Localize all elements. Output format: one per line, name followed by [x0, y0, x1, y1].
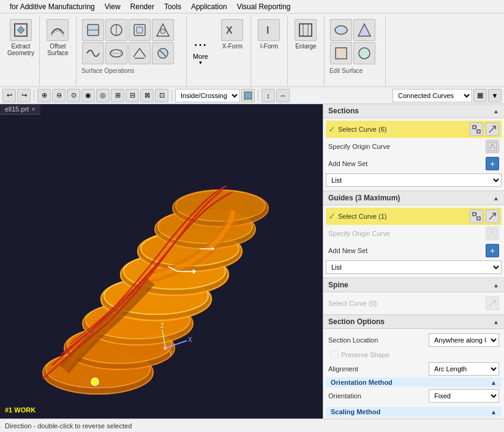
menu-render[interactable]: Render: [126, 1, 159, 12]
surf-op-7[interactable]: [129, 42, 151, 64]
sections-specify-origin-row[interactable]: Specify Origin Curve: [326, 138, 502, 155]
surf-op-8[interactable]: [152, 42, 174, 64]
orientation-dropdown[interactable]: Fixed Face Normal Vector: [429, 389, 499, 403]
tb2-btn3[interactable]: ⊙: [67, 89, 80, 102]
surf-op-3[interactable]: [129, 19, 151, 41]
tb2-btn6[interactable]: ⊞: [111, 89, 124, 102]
section-options-title: Section Options: [328, 317, 385, 326]
tb2-filter2[interactable]: ▼: [488, 89, 502, 102]
spine-panel-header[interactable]: Spine ▲: [323, 278, 504, 292]
sections-select-curve-btn2[interactable]: [486, 123, 499, 136]
extract-geometry-icon[interactable]: [10, 19, 32, 41]
sections-specify-origin-btn[interactable]: [486, 140, 499, 153]
guides-specify-origin-label: Specify Origin Curve: [328, 230, 483, 237]
scaling-method-subsection[interactable]: Scaling Method ▲: [326, 407, 502, 417]
status-message: Direction - double-click to reverse sele…: [5, 422, 132, 430]
sections-panel-title: Sections: [328, 107, 359, 115]
guides-panel: Guides (3 Maximum) ▲ ✓ Select Curve (1): [323, 191, 504, 278]
guides-add-new-set-btn[interactable]: +: [486, 244, 499, 257]
tb2-sep3: [258, 90, 258, 101]
guides-select-curve-btn1[interactable]: [470, 210, 483, 223]
guides-panel-header[interactable]: Guides (3 Maximum) ▲: [323, 191, 504, 205]
section-location-row: Section Location Anywhere along Gu At Gu…: [326, 332, 502, 349]
xform-icon[interactable]: X: [221, 19, 243, 41]
inside-crossing-select[interactable]: Inside/Crossing: [175, 89, 240, 102]
surf-op-5[interactable]: [82, 42, 104, 64]
sections-add-new-set-row[interactable]: Add New Set +: [326, 155, 502, 172]
sections-select-curve-label: Select Curve (6): [338, 126, 467, 133]
enlarge-icon[interactable]: [295, 19, 317, 41]
guides-add-new-set-row[interactable]: Add New Set +: [326, 242, 502, 259]
menu-view[interactable]: View: [100, 1, 126, 12]
iform-label: I-Form: [260, 43, 278, 50]
sections-select-curve-btn1[interactable]: [470, 123, 483, 136]
tb2-filter1[interactable]: ▦: [473, 89, 487, 102]
alignment-label: Alignment: [328, 365, 426, 373]
tb2-btn1[interactable]: ⊕: [37, 89, 51, 102]
surf-op-4[interactable]: [152, 19, 174, 41]
tb2-btn4[interactable]: ◉: [81, 89, 95, 102]
tb2-move2[interactable]: ↔: [276, 89, 290, 102]
edit-surf-1[interactable]: [330, 19, 352, 41]
spine-panel-body: Select Curve (0): [323, 292, 504, 314]
preserve-shape-checkbox[interactable]: [331, 351, 339, 358]
edit-surf-3[interactable]: [330, 42, 352, 64]
guides-specify-origin-row[interactable]: Specify Origin Curve: [326, 225, 502, 242]
alignment-dropdown[interactable]: Arc Length Parameter By Points: [429, 362, 499, 376]
extract-geometry-label: ExtractGeometry: [7, 43, 34, 56]
svg-rect-57: [473, 213, 476, 216]
menu-application[interactable]: Application: [186, 1, 232, 12]
section-options-header[interactable]: Section Options ▲: [323, 315, 504, 329]
menu-tools[interactable]: Tools: [159, 1, 186, 12]
sections-list-dropdown[interactable]: List: [326, 173, 502, 187]
tb2-undo[interactable]: ↩: [2, 89, 16, 102]
tb2-btn9[interactable]: ⊡: [155, 89, 168, 102]
sections-panel-header[interactable]: Sections ▲: [323, 104, 504, 118]
menu-additive[interactable]: for Additive Manufacturing: [5, 1, 100, 12]
spine-panel-chevron: ▲: [493, 282, 499, 289]
guides-list-dropdown[interactable]: List: [326, 260, 502, 274]
viewport[interactable]: ell15.prt ×: [0, 104, 323, 419]
svg-rect-7: [137, 27, 143, 33]
preserve-shape-row: Preserve Shape: [326, 349, 502, 360]
svg-rect-21: [336, 48, 347, 59]
sections-add-new-set-btn[interactable]: +: [486, 157, 499, 170]
svg-text:Z: Z: [160, 322, 164, 329]
svg-marker-1: [17, 26, 24, 34]
tb2-cube[interactable]: [241, 89, 255, 102]
tb2-btn2[interactable]: ⊖: [52, 89, 66, 102]
svg-point-47: [91, 378, 99, 385]
svg-text:X: X: [188, 336, 192, 343]
tb2-btn8[interactable]: ⊠: [140, 89, 154, 102]
orientation-method-subsection[interactable]: Orientation Method ▲: [326, 377, 502, 387]
sections-select-curve-row[interactable]: ✓ Select Curve (6): [326, 121, 502, 138]
section-options-panel: Section Options ▲ Section Location Anywh…: [323, 315, 504, 419]
svg-rect-54: [477, 130, 480, 133]
surf-op-6[interactable]: [105, 42, 127, 64]
iform-icon[interactable]: I: [258, 19, 280, 41]
surf-op-1[interactable]: [82, 19, 104, 41]
guides-select-curve-row[interactable]: ✓ Select Curve (1): [326, 208, 502, 225]
edit-surf-2[interactable]: [353, 19, 375, 41]
connected-curves-select[interactable]: Connected Curves: [393, 89, 472, 102]
svg-text:I: I: [266, 25, 269, 36]
orientation-method-title: Orientation Method: [331, 379, 393, 386]
tb2-sep2: [171, 90, 172, 101]
tb2-move1[interactable]: ↕: [261, 89, 275, 102]
surf-op-2[interactable]: [105, 19, 127, 41]
toolbar-group-edit-surface: Edit Surface: [325, 16, 386, 86]
toolbar-group-offset: OffsetSurface: [40, 16, 77, 86]
tb2-btn7[interactable]: ⊟: [126, 89, 139, 102]
spine-select-curve-row[interactable]: Select Curve (0): [326, 295, 502, 312]
toolbar-group-extract: ExtractGeometry: [2, 16, 40, 86]
section-location-dropdown[interactable]: Anywhere along Gu At Guides Evenly Space…: [429, 333, 499, 347]
tb2-redo[interactable]: ↪: [17, 89, 31, 102]
offset-surface-icon[interactable]: [47, 19, 69, 41]
menu-visual-reporting[interactable]: Visual Reporting: [232, 1, 296, 12]
spine-select-curve-label: Select Curve (0): [328, 300, 483, 307]
edit-surf-4[interactable]: [353, 42, 375, 64]
svg-marker-20: [358, 24, 370, 36]
guides-select-curve-btn2[interactable]: [486, 210, 499, 223]
tb2-btn5[interactable]: ◎: [96, 89, 110, 102]
more-button[interactable]: ⋯ More ▼: [187, 16, 214, 86]
